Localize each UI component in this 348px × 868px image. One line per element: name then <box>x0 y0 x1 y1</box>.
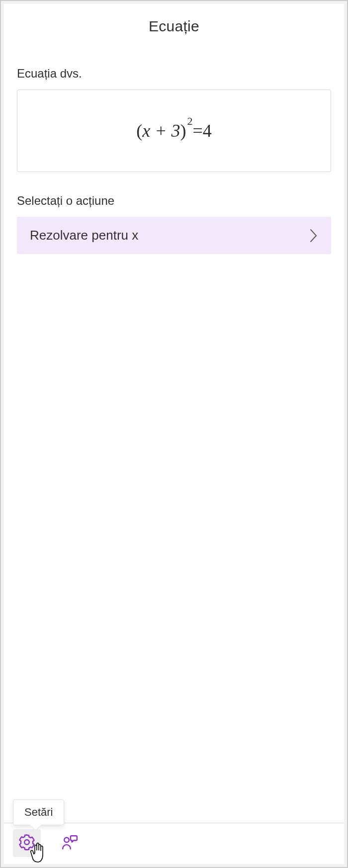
equation-display-box[interactable]: (x + 3)2 = 4 <box>17 89 331 172</box>
panel-content: Ecuație Ecuația dvs. (x + 3)2 = 4 Select… <box>4 4 344 823</box>
action-label: Rezolvare pentru x <box>30 228 138 243</box>
settings-button[interactable] <box>13 829 41 857</box>
panel-frame: Ecuație Ecuația dvs. (x + 3)2 = 4 Select… <box>0 0 348 868</box>
equation-expression: (x + 3)2 = 4 <box>136 120 212 141</box>
settings-tooltip: Setări <box>13 799 64 825</box>
eq-lhs-inner: x + 3 <box>142 120 180 141</box>
eq-exponent: 2 <box>187 115 192 128</box>
svg-point-1 <box>64 838 69 843</box>
bottom-toolbar: Setări <box>4 823 344 864</box>
action-section-label: Selectați o acțiune <box>17 194 331 208</box>
chevron-right-icon <box>309 228 318 243</box>
svg-point-0 <box>24 840 29 845</box>
eq-rhs: 4 <box>203 120 212 141</box>
gear-icon <box>18 833 36 853</box>
feedback-button[interactable] <box>56 829 84 857</box>
action-solve-for-x[interactable]: Rezolvare pentru x <box>17 217 331 254</box>
person-feedback-icon <box>61 833 79 853</box>
math-panel: Ecuație Ecuația dvs. (x + 3)2 = 4 Select… <box>4 4 344 864</box>
page-title: Ecuație <box>17 18 331 35</box>
eq-equals: = <box>192 120 202 141</box>
equation-section-label: Ecuația dvs. <box>17 67 331 81</box>
